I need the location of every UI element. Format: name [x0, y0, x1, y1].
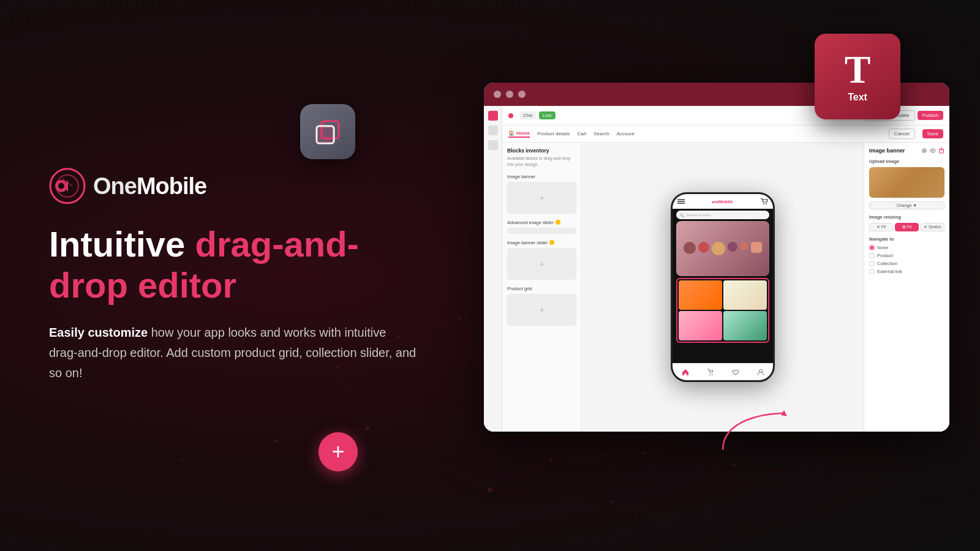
cosmetic-dot-1 — [684, 242, 696, 254]
svg-line-5 — [551, 453, 643, 459]
phone-grid-cell-4 — [723, 311, 767, 340]
search-small-icon: 🔍 — [680, 213, 684, 217]
nav-label-external: External link — [877, 269, 902, 274]
cart-icon — [760, 197, 768, 206]
block-badge-slider — [549, 240, 554, 245]
app-content: Blocks inventory Available blocks to dra… — [502, 143, 949, 432]
publish-btn[interactable]: Publish — [918, 111, 943, 120]
svg-point-44 — [924, 150, 925, 152]
live-badge: Live — [539, 111, 556, 119]
save-btn[interactable]: Save — [922, 129, 943, 138]
navigate-to-label: Navigate to — [869, 236, 944, 242]
block-preview-banner-slider: + — [507, 248, 576, 280]
radio-none — [869, 245, 875, 250]
block-item-banner-slider[interactable]: Image banner slider + — [507, 240, 576, 280]
cosmetic-dot-4 — [728, 242, 737, 252]
block-item-adv-slider[interactable]: Advanced image slider — [507, 220, 576, 234]
resize-stretch-btn[interactable]: ✕ Stretch — [921, 223, 944, 231]
phone-bottom-nav — [673, 363, 773, 380]
svg-line-11 — [612, 502, 674, 520]
phone-grid-cell-1 — [679, 280, 722, 310]
svg-line-1 — [490, 459, 551, 490]
app-toolbar: 🏠 Home Product details Cart Search Accou… — [502, 126, 949, 143]
svg-point-41 — [712, 374, 713, 375]
upload-image-label: Upload image — [869, 159, 944, 164]
cancel-btn[interactable]: Cancel — [889, 129, 915, 139]
cosmetic-dot-2 — [698, 242, 709, 253]
svg-point-16 — [366, 427, 369, 430]
block-preview-product-grid: + — [507, 294, 576, 326]
phone-search-placeholder: Search product — [686, 213, 711, 217]
phone-nav-wishlist — [731, 368, 740, 377]
phone-product-grid — [676, 278, 769, 343]
block-item-adv-slider-label: Advanced image slider — [507, 220, 576, 225]
resize-label: Image resizing — [869, 214, 944, 220]
toolbar-home[interactable]: 🏠 Home — [508, 130, 530, 138]
nav-option-collection[interactable]: Collection — [869, 261, 944, 266]
headline: Intuitive drag-and-drop editor — [49, 224, 453, 305]
store-name-chip[interactable]: Chic — [519, 111, 537, 119]
block-preview-plus-icon: + — [539, 193, 544, 203]
add-button[interactable]: + — [318, 432, 358, 471]
change-image-btn[interactable]: Change ▼ — [869, 201, 944, 209]
block-item-product-grid[interactable]: Product grid + — [507, 286, 576, 326]
resize-fit-active-btn[interactable]: ⊠ Fit — [895, 223, 919, 231]
svg-point-29 — [58, 183, 64, 189]
plus-icon: + — [331, 439, 344, 465]
cosmetics-decoration — [680, 238, 766, 259]
drag-icon-floating[interactable] — [300, 104, 355, 159]
phone-mockup: ●neMobile 🔍 Search product — [671, 192, 775, 382]
phone-grid-cell-2 — [723, 280, 767, 310]
settings-panel: Image banner Upload image Change ▼ Image… — [864, 143, 949, 432]
svg-point-18 — [274, 440, 277, 443]
text-block-label: Text — [848, 92, 867, 103]
sidebar-icon-layers[interactable] — [488, 126, 498, 135]
sidebar-icon-settings[interactable] — [488, 140, 498, 150]
toolbar-search[interactable]: Search — [594, 131, 609, 137]
block-item-banner-slider-label: Image banner slider — [507, 240, 576, 246]
svg-point-25 — [458, 317, 461, 320]
toolbar-account[interactable]: Account — [617, 131, 635, 137]
svg-rect-34 — [317, 126, 334, 143]
svg-point-39 — [766, 203, 767, 204]
nav-logo-dot — [508, 113, 513, 118]
svg-point-38 — [763, 203, 764, 204]
nav-label-none: None — [877, 245, 888, 250]
blocks-panel-title: Blocks inventory — [507, 148, 576, 154]
blocks-panel-subtitle: Available blocks to drag and drop into y… — [507, 156, 576, 168]
nav-label-collection: Collection — [877, 261, 897, 266]
nav-option-none[interactable]: None — [869, 245, 944, 250]
block-preview-image-banner: + — [507, 182, 576, 214]
settings-gear-icon[interactable] — [921, 148, 927, 154]
home-icon: 🏠 — [508, 130, 514, 136]
svg-point-15 — [488, 487, 492, 492]
toolbar-cart[interactable]: Cart — [577, 131, 586, 137]
block-preview-plus-icon-2: + — [539, 259, 544, 269]
upload-image-preview — [869, 167, 944, 198]
block-item-image-banner[interactable]: Image banner + — [507, 174, 576, 214]
settings-eye-icon[interactable] — [930, 148, 936, 154]
svg-point-22 — [183, 458, 185, 460]
browser-window: Chic Live Preview on mobile Publish 🏠 Ho… — [484, 83, 949, 432]
description: Easily customize how your app looks and … — [49, 323, 417, 383]
svg-line-6 — [643, 453, 735, 465]
settings-trash-icon[interactable] — [938, 148, 944, 154]
block-item-product-grid-label: Product grid — [507, 286, 576, 291]
resize-options: ✕ Fit ⊠ Fit ✕ Stretch — [869, 223, 944, 231]
nav-option-product[interactable]: Product — [869, 253, 944, 258]
toolbar-product-details[interactable]: Product details — [537, 131, 570, 137]
cosmetic-dot-5 — [740, 242, 748, 250]
phone-nav-account — [756, 368, 765, 377]
cosmetic-dot-3 — [712, 242, 725, 255]
nav-option-external[interactable]: External link — [869, 269, 944, 274]
svg-line-10 — [429, 490, 490, 520]
svg-line-13 — [123, 459, 184, 478]
sidebar-icon-home[interactable] — [488, 111, 498, 121]
settings-title-text: Image banner — [869, 148, 905, 154]
radio-collection — [869, 261, 875, 266]
resize-fit-btn[interactable]: ✕ Fit — [869, 223, 893, 231]
phone-nav-home — [681, 368, 690, 377]
svg-point-24 — [611, 501, 614, 504]
text-block-card[interactable]: T Text — [815, 34, 900, 119]
svg-line-2 — [490, 490, 612, 502]
